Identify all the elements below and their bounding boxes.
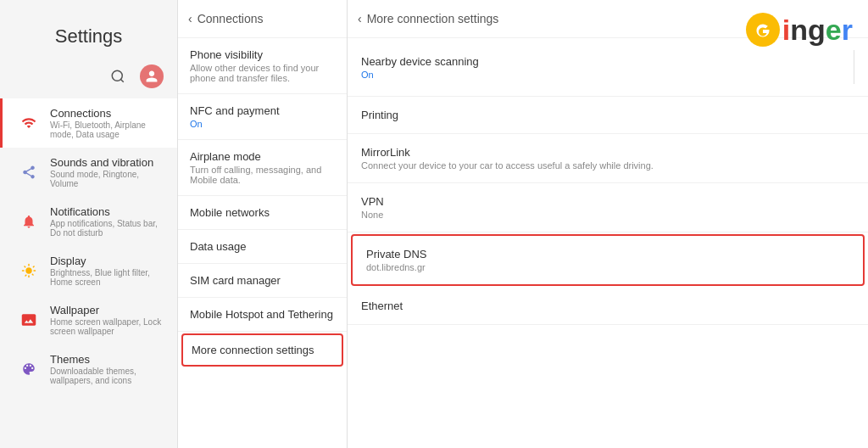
search-button[interactable] (106, 64, 130, 88)
wallpaper-subtitle: Home screen wallpaper, Lock screen wallp… (50, 317, 164, 336)
sounds-label: Sounds and vibration (50, 156, 164, 169)
notifications-icon (16, 209, 42, 234)
sounds-subtitle: Sound mode, Ringtone, Volume (50, 170, 164, 188)
phone-visibility-label: Phone visibility (190, 48, 335, 61)
more-item-mirrorlink[interactable]: MirrorLink Connect your device to your c… (348, 134, 868, 183)
themes-label: Themes (50, 353, 164, 366)
svg-point-0 (112, 70, 122, 81)
airplane-subtitle: Turn off calling, messaging, and Mobile … (190, 165, 335, 185)
display-label: Display (50, 255, 164, 267)
mobile-networks-label: Mobile networks (190, 206, 335, 219)
settings-panel: Settings Connections Wi-Fi, Bluetooth, A… (0, 0, 178, 448)
conn-item-mobile-networks[interactable]: Mobile networks (178, 196, 347, 230)
sound-icon (16, 160, 42, 185)
conn-item-data-usage[interactable]: Data usage (178, 230, 347, 264)
conn-item-sim-card[interactable]: SIM card manager (178, 264, 347, 298)
sidebar-item-display[interactable]: Display Brightness, Blue light filter, H… (0, 246, 177, 295)
connections-header: ‹ Connections (178, 0, 347, 38)
ginger-logo-area: inger (745, 12, 853, 48)
themes-text: Themes Downloadable themes, wallpapers, … (50, 353, 164, 385)
more-item-private-dns[interactable]: Private DNS dot.libredns.gr (351, 234, 865, 286)
connections-subtitle: Wi-Fi, Bluetooth, Airplane mode, Data us… (50, 120, 164, 139)
hotspot-label: Mobile Hotspot and Tethering (190, 308, 335, 321)
conn-item-nfc[interactable]: NFC and payment On (178, 94, 347, 140)
themes-subtitle: Downloadable themes, wallpapers, and ico… (50, 367, 164, 385)
settings-title: Settings (0, 17, 177, 64)
notifications-subtitle: App notifications, Status bar, Do not di… (50, 219, 164, 238)
connections-text: Connections Wi-Fi, Bluetooth, Airplane m… (50, 107, 164, 139)
ginger-text: inger (782, 14, 853, 47)
back-arrow-icon: ‹ (188, 12, 192, 25)
themes-icon (16, 356, 42, 382)
mirrorlink-label: MirrorLink (361, 146, 854, 159)
more-item-printing[interactable]: Printing (348, 97, 868, 134)
more-item-ethernet[interactable]: Ethernet (348, 288, 868, 325)
nearby-scanning-label: Nearby device scanning (361, 55, 479, 68)
printing-label: Printing (361, 109, 854, 121)
airplane-label: Airplane mode (190, 150, 335, 163)
divider-line (854, 50, 854, 84)
wallpaper-text: Wallpaper Home screen wallpaper, Lock sc… (50, 304, 164, 336)
display-text: Display Brightness, Blue light filter, H… (50, 255, 164, 287)
conn-item-more-settings[interactable]: More connection settings (181, 333, 343, 367)
private-dns-subtitle: dot.libredns.gr (366, 262, 849, 272)
connections-label: Connections (50, 107, 164, 120)
conn-item-phone-visibility[interactable]: Phone visibility Allow other devices to … (178, 38, 347, 94)
settings-search-row (0, 64, 177, 98)
more-settings-header-label: More connection settings (367, 12, 499, 25)
nfc-status: On (190, 119, 335, 129)
sounds-text: Sounds and vibration Sound mode, Rington… (50, 156, 164, 188)
connections-header-label: Connections (198, 12, 264, 25)
more-settings-panel: ‹ More connection settings Nearby device… (348, 0, 868, 448)
nearby-scanning-status: On (361, 70, 479, 80)
conn-item-hotspot[interactable]: Mobile Hotspot and Tethering (178, 298, 347, 332)
sim-card-label: SIM card manager (190, 274, 335, 287)
notifications-text: Notifications App notifications, Status … (50, 205, 164, 238)
wallpaper-label: Wallpaper (50, 304, 164, 316)
sidebar-item-wallpaper[interactable]: Wallpaper Home screen wallpaper, Lock sc… (0, 295, 177, 344)
phone-visibility-subtitle: Allow other devices to find your phone a… (190, 63, 335, 83)
display-icon (16, 258, 42, 283)
display-subtitle: Brightness, Blue light filter, Home scre… (50, 268, 164, 287)
svg-line-1 (120, 79, 123, 81)
wifi-icon (16, 110, 42, 136)
vpn-label: VPN (361, 195, 854, 208)
wallpaper-icon (16, 307, 42, 333)
sidebar-item-sounds[interactable]: Sounds and vibration Sound mode, Rington… (0, 148, 177, 197)
vpn-status: None (361, 210, 854, 220)
notifications-label: Notifications (50, 205, 164, 218)
conn-item-airplane[interactable]: Airplane mode Turn off calling, messagin… (178, 140, 347, 196)
private-dns-label: Private DNS (366, 248, 849, 260)
sidebar-item-themes[interactable]: Themes Downloadable themes, wallpapers, … (0, 344, 177, 394)
data-usage-label: Data usage (190, 240, 335, 253)
account-avatar[interactable] (140, 64, 164, 88)
more-item-vpn[interactable]: VPN None (348, 183, 868, 232)
nfc-label: NFC and payment (190, 104, 335, 117)
sidebar-item-connections[interactable]: Connections Wi-Fi, Bluetooth, Airplane m… (0, 98, 177, 148)
more-back-arrow-icon: ‹ (358, 12, 362, 25)
more-settings-label: More connection settings (192, 344, 333, 356)
ginger-g-logo (745, 12, 781, 48)
ethernet-label: Ethernet (361, 300, 854, 312)
sidebar-item-notifications[interactable]: Notifications App notifications, Status … (0, 197, 177, 246)
connections-panel: ‹ Connections Phone visibility Allow oth… (178, 0, 348, 448)
mirrorlink-subtitle: Connect your device to your car to acces… (361, 160, 854, 171)
